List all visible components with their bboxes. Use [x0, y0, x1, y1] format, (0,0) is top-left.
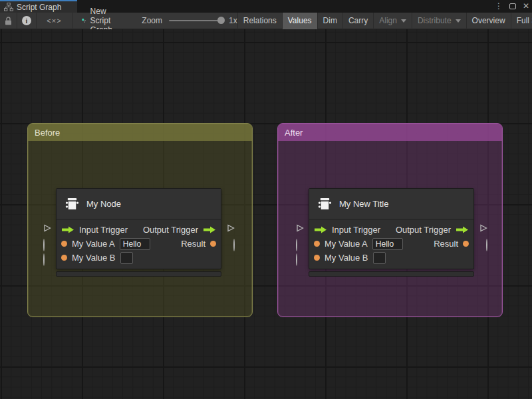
distribute-dropdown[interactable]: Distribute	[412, 13, 467, 29]
result-label: Result	[434, 239, 458, 249]
output-trigger-port[interactable]	[479, 224, 487, 232]
value-port-icon	[314, 241, 320, 247]
lock-icon	[5, 17, 12, 25]
value-b-label: My Value B	[325, 253, 368, 263]
chevron-down-icon	[401, 19, 406, 23]
fullscreen-button[interactable]: Full Screen	[511, 13, 532, 29]
info-icon: i	[22, 16, 31, 25]
value-port-icon	[61, 241, 67, 247]
inspect-button[interactable]: i	[17, 13, 37, 29]
value-b-input[interactable]	[373, 252, 386, 264]
tab-script-graph[interactable]: Script Graph	[0, 0, 77, 13]
input-trigger-label: Input Trigger	[332, 225, 380, 235]
node-my-new-title[interactable]: My New Title Input Trigger Output Trigge…	[309, 188, 474, 277]
input-trigger-port[interactable]	[296, 224, 304, 232]
value-a-label: My Value A	[72, 239, 115, 249]
zoom-value: 1x	[229, 16, 237, 25]
result-port[interactable]	[233, 239, 235, 251]
graph-tab-icon	[4, 3, 13, 11]
value-port-icon	[463, 241, 469, 247]
node-my-node[interactable]: My Node Input Trigger Output Trigger	[56, 188, 221, 277]
value-b-port[interactable]	[43, 254, 45, 266]
zoom-slider[interactable]	[169, 20, 223, 21]
tab-strip: Script Graph ⋮ ✕	[0, 0, 532, 13]
trigger-arrow-icon	[314, 226, 327, 233]
value-a-label: My Value A	[325, 239, 368, 249]
window-controls: ⋮ ✕	[495, 0, 529, 13]
output-trigger-port[interactable]	[227, 224, 235, 232]
value-a-port[interactable]	[43, 239, 45, 251]
input-trigger-port[interactable]	[43, 224, 51, 232]
close-icon[interactable]: ✕	[523, 0, 529, 13]
node-frame: My Node Input Trigger Output Trigger	[56, 188, 221, 269]
carry-button[interactable]: Carry	[343, 13, 374, 29]
lock-button[interactable]	[0, 13, 17, 29]
node-header[interactable]: My New Title	[309, 189, 473, 219]
node-header[interactable]: My Node	[57, 189, 221, 219]
tab-title: Script Graph	[17, 3, 61, 12]
value-a-port[interactable]	[296, 239, 297, 251]
relations-button[interactable]: Relations	[238, 13, 283, 29]
window-menu-icon[interactable]: ⋮	[495, 0, 503, 13]
result-label: Result	[181, 239, 205, 249]
node-title: My Node	[86, 199, 121, 209]
node-title: My New Title	[339, 199, 388, 209]
overview-button[interactable]: Overview	[467, 13, 511, 29]
code-icon: <×>	[47, 17, 61, 25]
value-b-port[interactable]	[296, 254, 297, 266]
unit-icon	[65, 196, 80, 211]
value-port-icon	[210, 241, 216, 247]
values-button[interactable]: Values	[283, 13, 318, 29]
value-b-input[interactable]	[120, 252, 133, 264]
value-a-input[interactable]	[120, 238, 150, 250]
trigger-arrow-icon	[61, 226, 74, 233]
script-graph-window: Script Graph ⋮ ✕ i <×>	[0, 0, 532, 399]
maximize-icon[interactable]	[509, 3, 516, 9]
value-port-icon	[61, 255, 67, 261]
zoom-slider-handle[interactable]	[217, 17, 225, 24]
node-footer	[56, 271, 221, 277]
chevron-down-icon	[456, 19, 461, 23]
toolbar-toggle-group: Relations Values Dim Carry Align Distrib…	[237, 13, 532, 29]
align-dropdown[interactable]: Align	[374, 13, 412, 29]
graph-canvas[interactable]: Before After	[0, 29, 532, 399]
value-b-label: My Value B	[72, 253, 116, 263]
zoom-control: Zoom 1x	[142, 16, 237, 25]
group-before-header[interactable]: Before	[28, 124, 252, 141]
graph-toolbar: i <×> New Script Graph Zoom 1x Relations…	[0, 13, 532, 29]
result-port[interactable]	[486, 239, 487, 251]
zoom-label: Zoom	[142, 16, 162, 25]
value-port-icon	[314, 255, 320, 261]
script-graph-asset-icon	[82, 16, 86, 25]
group-after-header[interactable]: After	[278, 124, 502, 141]
node-body: Input Trigger Output Trigger My Value A	[309, 219, 473, 269]
unit-icon	[317, 196, 332, 211]
output-trigger-label: Output Trigger	[143, 225, 198, 235]
trigger-arrow-icon	[456, 226, 469, 233]
node-frame: My New Title Input Trigger Output Trigge…	[309, 188, 474, 269]
edit-source-button[interactable]: <×>	[37, 13, 72, 29]
trigger-arrow-icon	[203, 226, 216, 233]
dim-button[interactable]: Dim	[318, 13, 343, 29]
node-footer	[309, 271, 474, 277]
node-body: Input Trigger Output Trigger My Value A	[57, 219, 221, 269]
input-trigger-label: Input Trigger	[79, 225, 128, 235]
value-a-input[interactable]	[372, 238, 403, 250]
output-trigger-label: Output Trigger	[396, 225, 451, 235]
